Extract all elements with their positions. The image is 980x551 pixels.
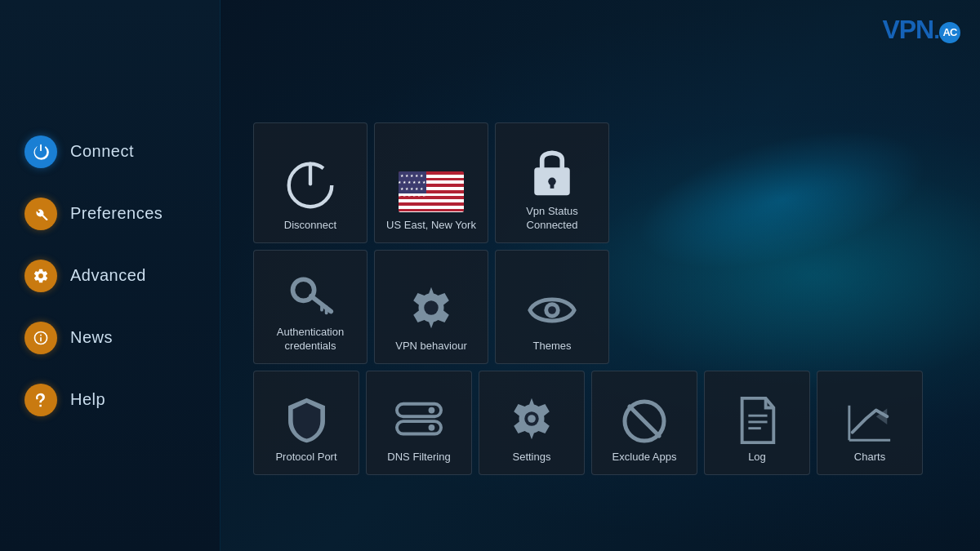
sidebar-preferences-label: Preferences bbox=[70, 204, 163, 223]
disconnect-label: Disconnect bbox=[284, 219, 336, 233]
svg-point-16 bbox=[429, 424, 435, 431]
protocol-port-label: Protocol Port bbox=[275, 451, 336, 464]
themes-tile[interactable]: Themes bbox=[495, 250, 609, 364]
svg-point-18 bbox=[528, 415, 536, 423]
vpn-behaviour-label: VPN behaviour bbox=[395, 340, 466, 353]
auth-credentials-label: Authentication credentials bbox=[261, 326, 360, 353]
charts-icon bbox=[846, 402, 893, 444]
key-icon bbox=[287, 270, 334, 318]
vpn-status-label: Vpn Status Connected bbox=[502, 205, 602, 233]
grid-row-2: Authentication credentials VPN behaviour bbox=[253, 250, 964, 364]
svg-point-10 bbox=[424, 300, 438, 314]
themes-label: Themes bbox=[533, 340, 572, 353]
sidebar-item-advanced[interactable]: Advanced bbox=[0, 245, 220, 307]
help-icon bbox=[24, 384, 57, 416]
exclude-apps-label: Exclude Apps bbox=[612, 451, 677, 464]
power-icon bbox=[24, 136, 57, 168]
disconnect-power-icon bbox=[282, 157, 339, 214]
sidebar-advanced-label: Advanced bbox=[70, 266, 146, 285]
vpn-status-tile[interactable]: Vpn Status Connected bbox=[495, 122, 609, 243]
sidebar-help-label: Help bbox=[70, 390, 105, 409]
charts-tile[interactable]: Charts bbox=[817, 371, 923, 475]
grid-container: Disconnect ★★★★★★★★★★★★★★★★★★★★★★★★★★★★ … bbox=[253, 122, 964, 475]
log-tile[interactable]: Log bbox=[704, 371, 810, 475]
auth-credentials-tile[interactable]: Authentication credentials bbox=[253, 250, 368, 364]
vpn-behaviour-tile[interactable]: VPN behaviour bbox=[374, 250, 488, 364]
dns-filtering-label: DNS Filtering bbox=[387, 451, 450, 464]
grid-row-1: Disconnect ★★★★★★★★★★★★★★★★★★★★★★★★★★★★ … bbox=[253, 122, 964, 243]
svg-point-12 bbox=[548, 306, 556, 314]
main-content: VPN.AC Disconnect ★★★★★★★★★★★★★★★★★★★★★★… bbox=[220, 0, 980, 551]
vpn-status-lock-icon bbox=[527, 143, 577, 200]
sidebar-item-preferences[interactable]: Preferences bbox=[0, 183, 220, 245]
sidebar-news-label: News bbox=[70, 328, 113, 347]
themes-eye-icon bbox=[527, 289, 577, 331]
location-label: US East, New York bbox=[386, 219, 476, 233]
svg-line-20 bbox=[630, 407, 659, 436]
protocol-port-tile[interactable]: Protocol Port bbox=[253, 371, 359, 475]
sidebar-connect-label: Connect bbox=[70, 142, 134, 161]
dns-filtering-icon bbox=[395, 402, 443, 444]
log-label: Log bbox=[748, 451, 766, 464]
us-flag-icon: ★★★★★★★★★★★★★★★★★★★★★★★★★★★★ bbox=[399, 171, 464, 212]
location-tile[interactable]: ★★★★★★★★★★★★★★★★★★★★★★★★★★★★ US East, Ne… bbox=[374, 122, 488, 243]
settings-label: Settings bbox=[513, 451, 551, 464]
vpn-behaviour-gear-icon bbox=[406, 282, 457, 333]
sidebar-item-connect[interactable]: Connect bbox=[0, 121, 220, 183]
settings-gear-icon bbox=[506, 393, 557, 444]
protocol-port-shield-icon bbox=[284, 397, 329, 444]
exclude-apps-tile[interactable]: Exclude Apps bbox=[591, 371, 697, 475]
svg-point-14 bbox=[429, 407, 435, 414]
exclude-apps-icon bbox=[621, 398, 667, 444]
settings-tile[interactable]: Settings bbox=[479, 371, 585, 475]
wrench-icon bbox=[24, 198, 57, 230]
sidebar-item-help[interactable]: Help bbox=[0, 369, 220, 431]
grid-row-3: Protocol Port DNS Filtering bbox=[253, 371, 964, 475]
dns-filtering-tile[interactable]: DNS Filtering bbox=[366, 371, 472, 475]
disconnect-tile[interactable]: Disconnect bbox=[253, 122, 368, 243]
info-icon bbox=[24, 322, 57, 354]
gear-icon bbox=[24, 260, 57, 292]
sidebar-item-news[interactable]: News bbox=[0, 307, 220, 369]
app-logo: VPN.AC bbox=[882, 15, 960, 45]
log-icon bbox=[737, 397, 777, 444]
sidebar: Connect Preferences Advanced News bbox=[0, 0, 220, 551]
svg-rect-4 bbox=[550, 182, 555, 189]
charts-label: Charts bbox=[854, 451, 885, 464]
